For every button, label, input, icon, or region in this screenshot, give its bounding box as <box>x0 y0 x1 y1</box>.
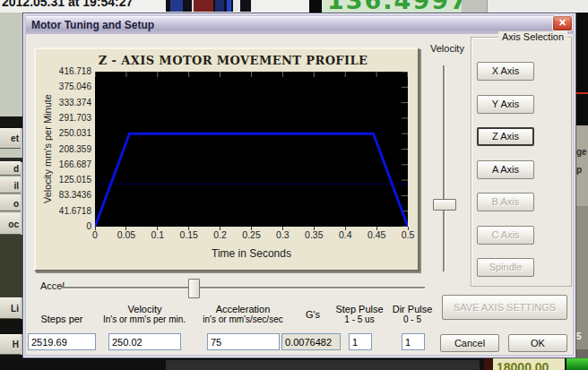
left-button-fragment: et <box>0 128 21 149</box>
icon-fragment-blue <box>170 0 183 12</box>
x-tick-mark <box>95 227 96 230</box>
icon-fragment-red <box>192 0 213 12</box>
dir-pulse-label: Dir Pulse <box>384 304 441 314</box>
background-gray-panel <box>462 0 487 13</box>
x-tick-mark <box>376 227 377 230</box>
motor-profile-chart-panel: Z - AXIS MOTOR MOVEMENT PROFILE Velocity… <box>34 47 419 271</box>
background-light-panel <box>487 0 588 13</box>
right-text-fragment: 5 <box>576 331 588 341</box>
acceleration-input[interactable] <box>207 333 280 350</box>
y-tick-label: 250.031 <box>36 129 91 138</box>
icon-fragment-bluebar <box>227 0 231 12</box>
icon-fragment-navy <box>215 0 224 12</box>
y-tick-label: 125.015 <box>36 176 91 185</box>
y-tick-label: 375.046 <box>36 82 91 91</box>
left-button-fragment: Li <box>0 297 21 319</box>
left-button-fragment: o <box>0 195 21 211</box>
y-tick-label: 166.687 <box>36 160 91 169</box>
left-button-fragment: d <box>0 161 21 176</box>
axis-button-y-axis[interactable]: Y Axis <box>477 95 534 114</box>
axis-button-z-axis[interactable]: Z Axis <box>477 127 534 146</box>
right-text-fragment: p <box>576 165 588 175</box>
x-tick-mark <box>345 227 346 230</box>
left-button-fragment: H <box>0 334 21 355</box>
background-bottom-strip: 18000.00 <box>0 358 588 370</box>
left-strip-band <box>0 116 22 128</box>
x-tick-mark <box>282 227 283 230</box>
dialog-title: Motor Tuning and Setup <box>31 19 154 31</box>
axis-button-a-axis[interactable]: A Axis <box>477 160 534 179</box>
x-tick-mark <box>220 227 220 230</box>
motor-tuning-dialog: Motor Tuning and Setup ✕ Z - AXIS MOTOR … <box>22 13 576 358</box>
chart-title: Z - AXIS MOTOR MOVEMENT PROFILE <box>72 54 394 67</box>
screen: 2012.05.31 at 19:54:27 136.4997 etdilooc… <box>0 0 588 370</box>
axis-selection-legend: Axis Selection <box>498 31 567 42</box>
dir-pulse-sublabel: 0 - 5 <box>384 314 441 324</box>
background-right-black <box>576 13 588 125</box>
axis-button-x-axis[interactable]: X Axis <box>477 62 534 81</box>
acceleration-field-sublabel: in's or mm's/sec/sec <box>199 314 287 324</box>
x-tick-mark <box>314 227 315 230</box>
background-dro-panel: 136.4997 <box>322 0 462 13</box>
x-tick-mark <box>251 227 252 230</box>
y-tick-label: 416.718 <box>36 67 91 76</box>
gs-readout <box>281 333 341 350</box>
bottom-readout-text: 18000.00 <box>497 360 549 370</box>
left-button-fragment: il <box>0 177 21 194</box>
background-right-dark <box>576 206 588 349</box>
y-tick-label: 291.703 <box>36 114 91 123</box>
accel-slider-thumb[interactable] <box>188 279 200 298</box>
background-top-strip: 2012.05.31 at 19:54:27 136.4997 <box>0 0 588 13</box>
background-green-led <box>566 358 588 370</box>
accel-slider-label: Accel <box>40 280 65 291</box>
velocity-field-sublabel: In's or mm's per min. <box>99 314 189 324</box>
accel-slider-track[interactable] <box>61 287 425 288</box>
ok-button[interactable]: OK <box>508 334 567 352</box>
velocity-slider-label: Velocity <box>430 43 464 54</box>
y-tick-label: 41.6718 <box>36 207 91 216</box>
timestamp-text: 2012.05.31 at 19:54:27 <box>2 0 133 9</box>
background-red-line <box>576 92 588 94</box>
chart-x-axis-label: Time in Seconds <box>95 247 408 260</box>
close-icon[interactable]: ✕ <box>552 15 573 31</box>
right-text-fragment: ge <box>576 147 588 157</box>
axis-button-b-axis: B Axis <box>477 193 534 211</box>
save-axis-settings-button[interactable]: SAVE AXIS SETTINGS <box>442 295 567 320</box>
step-pulse-input[interactable] <box>349 333 372 350</box>
background-panel-gap <box>309 0 322 13</box>
step-pulse-sublabel: 1 - 5 us <box>331 314 388 324</box>
chart-plot-area <box>95 72 408 227</box>
velocity-slider-thumb[interactable] <box>433 199 456 211</box>
left-strip-band <box>0 235 22 297</box>
steps-per-label: Steps per <box>28 314 96 324</box>
dro-readout-text: 136.4997 <box>327 0 462 13</box>
x-tick-label: 0.5 <box>390 229 426 240</box>
y-tick-label: 208.359 <box>36 145 91 154</box>
left-strip-band <box>0 319 22 334</box>
dir-pulse-input[interactable] <box>402 333 425 350</box>
cancel-button[interactable]: Cancel <box>440 334 499 352</box>
background-right-strip: gep5 <box>576 13 588 370</box>
step-pulse-label: Step Pulse <box>331 304 388 314</box>
velocity-profile-line <box>95 72 408 227</box>
x-tick-mark <box>157 227 158 230</box>
steps-per-input[interactable] <box>28 333 96 350</box>
y-tick-label: 333.374 <box>36 99 91 108</box>
background-bottom-readout: 18000.00 <box>493 358 565 370</box>
acceleration-field-label: Acceleration <box>203 304 283 314</box>
background-bottom-sliver <box>484 358 493 370</box>
background-left-strip: etdiloocLiH <box>0 13 22 370</box>
background-bottom-bar <box>166 360 480 370</box>
velocity-slider-track[interactable] <box>443 65 445 271</box>
velocity-field-label: Velocity <box>107 304 183 314</box>
axis-button-c-axis: C Axis <box>477 226 534 245</box>
axis-button-spindle: Spindle <box>477 258 534 277</box>
x-tick-mark <box>188 227 189 230</box>
left-button-fragment: oc <box>0 213 21 235</box>
icon-fragment-white <box>233 0 240 12</box>
x-tick-mark <box>125 227 126 230</box>
velocity-input[interactable] <box>108 333 181 350</box>
y-tick-label: 83.3436 <box>36 191 91 200</box>
dialog-titlebar[interactable]: Motor Tuning and Setup <box>26 16 573 34</box>
x-tick-mark <box>408 227 409 230</box>
